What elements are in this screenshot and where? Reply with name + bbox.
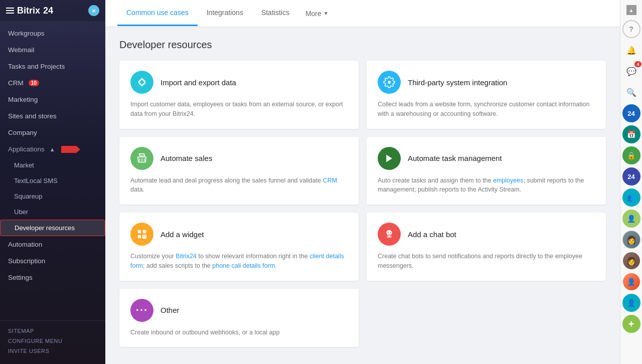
svg-point-6 — [388, 232, 389, 233]
sidebar-label-marketing: Marketing — [8, 96, 38, 103]
tab-common-use-cases[interactable]: Common use cases — [117, 1, 198, 26]
bitrix24-primary-icon[interactable]: 24 — [622, 104, 640, 122]
scroll-up-button[interactable]: ▲ — [626, 5, 636, 15]
sidebar-item-webmail[interactable]: Webmail — [0, 42, 105, 58]
phone-call-link[interactable]: phone call details form — [212, 262, 275, 269]
card-header-other: ··· Other — [130, 299, 348, 322]
sidebar-label-company: Company — [8, 129, 37, 136]
card-header-import-export: Import and export data — [130, 71, 348, 94]
sidebar-item-workgroups[interactable]: Workgroups — [0, 25, 105, 42]
sidebar-item-settings[interactable]: Settings — [0, 269, 105, 286]
sidebar-label-tasks: Tasks and Projects — [8, 63, 65, 70]
card-title-import-export: Import and export data — [160, 78, 236, 87]
import-export-icon — [130, 71, 153, 94]
card-header-automate-tasks: Automate task management — [378, 147, 595, 170]
card-desc-import-export: Import customer data, employees or tasks… — [130, 100, 348, 119]
card-add-widget[interactable]: Add a widget Customize your Bitrix24 to … — [119, 213, 359, 281]
calendar-icon[interactable]: 📅 — [622, 125, 640, 143]
cards-grid: Import and export data Import customer d… — [119, 61, 606, 347]
sidebar-item-company[interactable]: Company — [0, 124, 105, 141]
other-icon: ··· — [130, 299, 153, 322]
lock-icon[interactable]: 🔒 — [622, 146, 640, 164]
search-icon[interactable]: 🔍 — [622, 83, 640, 101]
crm-badge: 10 — [29, 80, 39, 86]
sidebar-label-crm: CRM — [8, 79, 24, 87]
automate-sales-icon — [130, 147, 153, 170]
sidebar-item-subscription[interactable]: Subscription — [0, 253, 105, 269]
card-desc-other: Create inbound or outbound webhooks, or … — [130, 328, 348, 337]
avatar-3[interactable]: 👤 — [622, 273, 640, 291]
sidebar-label-developer-resources: Developer resources — [15, 224, 75, 232]
sidebar-item-tasks-projects[interactable]: Tasks and Projects — [0, 58, 105, 75]
bitrix24-secondary-icon[interactable]: 24 — [622, 167, 640, 186]
footer-sitemap[interactable]: SITEMAP — [8, 326, 97, 336]
avatar-4[interactable]: 👤 — [622, 294, 640, 312]
card-desc-automate-sales: Automate lead and deal progress along th… — [130, 176, 348, 195]
sidebar-item-sites-stores[interactable]: Sites and stores — [0, 108, 105, 124]
avatar-2[interactable]: 👩 — [622, 252, 640, 270]
sidebar-label-applications: Applications — [8, 145, 45, 153]
user-icon[interactable]: 👤 — [622, 210, 640, 228]
card-third-party[interactable]: Third-party system integration Collect l… — [367, 61, 606, 129]
chat-icon[interactable]: 💬 4 — [622, 62, 640, 80]
main-area: Common use cases Integrations Statistics… — [105, 0, 620, 364]
users-group-icon[interactable]: 👥 — [622, 189, 640, 207]
sidebar-item-applications[interactable]: Applications ▲ — [0, 141, 105, 157]
card-import-export[interactable]: Import and export data Import customer d… — [119, 61, 359, 129]
bitrix24-link[interactable]: Bitrix24 — [176, 253, 197, 260]
help-icon[interactable]: ? — [622, 20, 640, 38]
tab-more[interactable]: More ▼ — [298, 2, 336, 26]
card-automate-tasks[interactable]: Automate task management Auto create tas… — [367, 137, 606, 205]
card-other[interactable]: ··· Other Create inbound or outbound web… — [119, 289, 359, 347]
card-automate-sales[interactable]: Automate sales Automate lead and deal pr… — [119, 137, 359, 205]
sidebar-item-textlocal[interactable]: TextLocal SMS — [0, 173, 105, 189]
close-sidebar-button[interactable]: × — [88, 5, 99, 16]
right-panel: ▲ ? 🔔 💬 4 🔍 24 📅 🔒 24 👥 👤 👩 👩 👤 👤 + — [620, 0, 642, 364]
sidebar-item-developer-resources[interactable]: Developer resources — [0, 220, 105, 236]
sidebar-item-market[interactable]: Market — [0, 157, 105, 173]
card-add-chatbot[interactable]: Add a chat bot Create chat bots to send … — [367, 213, 606, 281]
card-title-automate-sales: Automate sales — [160, 154, 212, 162]
chat-badge: 4 — [634, 61, 641, 67]
tab-statistics[interactable]: Statistics — [252, 1, 298, 26]
sidebar-item-uber[interactable]: Uber — [0, 204, 105, 220]
arrow-indicator — [61, 146, 76, 153]
third-party-icon — [378, 71, 401, 94]
automate-tasks-icon — [378, 147, 401, 170]
card-header-widget: Add a widget — [130, 223, 348, 246]
sidebar-item-squareup[interactable]: Squareup — [0, 189, 105, 204]
content-area: Developer resources Import and export da… — [105, 27, 620, 364]
sidebar-header: Bitrix 24 × — [0, 0, 105, 21]
sidebar-navigation: Workgroups Webmail Tasks and Projects CR… — [0, 21, 105, 320]
sidebar-item-automation[interactable]: Automation — [0, 236, 105, 253]
employees-link[interactable]: employees — [493, 177, 523, 184]
applications-chevron-icon: ▲ — [50, 146, 55, 152]
tab-integrations[interactable]: Integrations — [198, 1, 252, 26]
card-desc-automate-tasks: Auto create tasks and assign them to the… — [378, 176, 595, 195]
footer-configure-menu[interactable]: CONFIGURE MENU — [8, 336, 97, 346]
hamburger-menu[interactable] — [6, 8, 14, 14]
app-version: 24 — [43, 6, 53, 16]
sidebar: Bitrix 24 × Workgroups Webmail Tasks and… — [0, 0, 105, 364]
svg-rect-2 — [143, 230, 146, 233]
svg-marker-0 — [386, 154, 392, 162]
svg-point-7 — [390, 232, 391, 233]
svg-rect-1 — [138, 230, 141, 233]
footer-invite-users[interactable]: INVITE USERS — [8, 346, 97, 356]
sidebar-label-automation: Automation — [8, 241, 42, 248]
add-chatbot-icon — [378, 223, 401, 246]
card-header-automate-sales: Automate sales — [130, 147, 348, 170]
sidebar-label-sites-stores: Sites and stores — [8, 112, 57, 120]
sidebar-item-marketing[interactable]: Marketing — [0, 91, 105, 108]
sidebar-label-settings: Settings — [8, 274, 33, 281]
notification-bell-icon[interactable]: 🔔 — [622, 41, 640, 59]
page-title: Developer resources — [119, 39, 606, 51]
sidebar-item-crm[interactable]: CRM 10 — [0, 75, 105, 91]
card-desc-chatbot: Create chat bots to send notifications a… — [378, 252, 595, 271]
crm-link[interactable]: CRM — [323, 177, 337, 184]
card-title-widget: Add a widget — [160, 230, 204, 239]
sidebar-label-uber: Uber — [14, 208, 28, 216]
avatar-1[interactable]: 👩 — [622, 231, 640, 249]
card-title-third-party: Third-party system integration — [408, 78, 507, 87]
add-green-icon[interactable]: + — [622, 315, 640, 333]
